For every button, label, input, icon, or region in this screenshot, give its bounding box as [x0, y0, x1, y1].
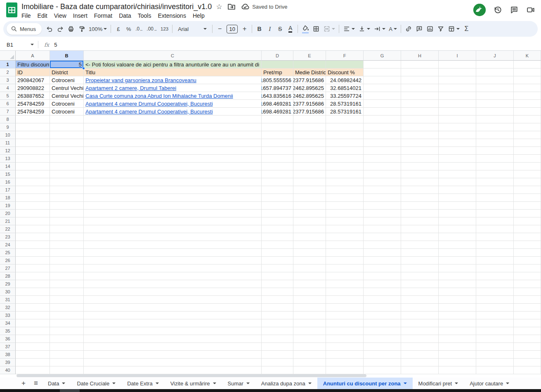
- cell-J28[interactable]: [476, 272, 514, 280]
- cell-B20[interactable]: [50, 210, 84, 217]
- cell-D24[interactable]: [262, 241, 293, 249]
- cell-B31[interactable]: [50, 296, 84, 304]
- cell-H9[interactable]: [401, 123, 439, 131]
- cell-I24[interactable]: [439, 241, 476, 249]
- cell-A6[interactable]: 254784259: [16, 100, 50, 108]
- cell-J35[interactable]: [476, 327, 514, 335]
- cell-B8[interactable]: [50, 116, 84, 123]
- increase-decimal-button[interactable]: .00→: [145, 23, 159, 35]
- cell-H26[interactable]: [401, 257, 439, 264]
- cell-J32[interactable]: [476, 304, 514, 312]
- text-wrap-button[interactable]: [372, 23, 387, 35]
- row-header-4[interactable]: 4: [0, 84, 16, 92]
- text-color-button[interactable]: A: [285, 23, 295, 35]
- cell-D18[interactable]: [262, 194, 293, 202]
- cell-D13[interactable]: [262, 155, 293, 163]
- cell-D22[interactable]: [262, 225, 293, 233]
- cell-C5[interactable]: Casa Curte comuna zona Abrud Ion Mihalac…: [84, 92, 262, 100]
- cell-H14[interactable]: [401, 163, 439, 170]
- cell-A4[interactable]: 290908822: [16, 84, 50, 92]
- cell-H40[interactable]: [401, 366, 439, 374]
- cell-I9[interactable]: [439, 123, 476, 131]
- cell-I18[interactable]: [439, 194, 476, 202]
- cell-E15[interactable]: [293, 170, 326, 178]
- row-header-21[interactable]: 21: [0, 217, 16, 225]
- cell-J12[interactable]: [476, 147, 514, 155]
- cell-G25[interactable]: [364, 249, 401, 257]
- cell-A2[interactable]: ID: [16, 68, 50, 76]
- cell-I14[interactable]: [439, 163, 476, 170]
- cell-F14[interactable]: [326, 163, 364, 170]
- cell-G26[interactable]: [364, 257, 401, 264]
- cell-B37[interactable]: [50, 343, 84, 351]
- row-header-27[interactable]: 27: [0, 264, 16, 272]
- cell-A29[interactable]: [16, 280, 50, 288]
- cell-E10[interactable]: [293, 131, 326, 139]
- cell-C32[interactable]: [84, 304, 262, 312]
- cell-B17[interactable]: [50, 186, 84, 194]
- cell-D11[interactable]: [262, 139, 293, 147]
- cell-H22[interactable]: [401, 225, 439, 233]
- cell-A19[interactable]: [16, 202, 50, 210]
- cell-E7[interactable]: 2377.915686: [293, 108, 326, 116]
- font-family-select[interactable]: Arial: [175, 23, 210, 35]
- cell-A33[interactable]: [16, 312, 50, 319]
- row-header-3[interactable]: 3: [0, 76, 16, 84]
- cell-E3[interactable]: 2377.915686: [293, 76, 326, 84]
- cell-C19[interactable]: [84, 202, 262, 210]
- cell-J21[interactable]: [476, 217, 514, 225]
- cell-H5[interactable]: [401, 92, 439, 100]
- cell-F5[interactable]: 33.25597724: [326, 92, 364, 100]
- cell-F36[interactable]: [326, 335, 364, 343]
- cell-E19[interactable]: [293, 202, 326, 210]
- cell-G39[interactable]: [364, 359, 401, 366]
- cell-H2[interactable]: [401, 68, 439, 76]
- cell-D16[interactable]: [262, 178, 293, 186]
- font-size-input[interactable]: 10: [227, 25, 238, 33]
- cell-G36[interactable]: [364, 335, 401, 343]
- cell-H17[interactable]: [401, 186, 439, 194]
- cell-J5[interactable]: [476, 92, 514, 100]
- row-header-17[interactable]: 17: [0, 186, 16, 194]
- cell-J10[interactable]: [476, 131, 514, 139]
- cell-A10[interactable]: [16, 131, 50, 139]
- cell-H34[interactable]: [401, 319, 439, 327]
- cell-F39[interactable]: [326, 359, 364, 366]
- cell-C11[interactable]: [84, 139, 262, 147]
- cell-A18[interactable]: [16, 194, 50, 202]
- cell-A28[interactable]: [16, 272, 50, 280]
- cell-H4[interactable]: [401, 84, 439, 92]
- cell-D37[interactable]: [262, 343, 293, 351]
- cell-C38[interactable]: [84, 351, 262, 359]
- cell-I25[interactable]: [439, 249, 476, 257]
- cell-J18[interactable]: [476, 194, 514, 202]
- cell-E27[interactable]: [293, 264, 326, 272]
- cell-F4[interactable]: 32.68514021: [326, 84, 364, 92]
- cell-F23[interactable]: [326, 233, 364, 241]
- cell-J9[interactable]: [476, 123, 514, 131]
- cell-H18[interactable]: [401, 194, 439, 202]
- cell-K15[interactable]: [514, 170, 541, 178]
- cell-H10[interactable]: [401, 131, 439, 139]
- cell-J29[interactable]: [476, 280, 514, 288]
- cell-K21[interactable]: [514, 217, 541, 225]
- cell-G24[interactable]: [364, 241, 401, 249]
- cell-B27[interactable]: [50, 264, 84, 272]
- cell-F27[interactable]: [326, 264, 364, 272]
- cell-I30[interactable]: [439, 288, 476, 296]
- cell-K9[interactable]: [514, 123, 541, 131]
- cell-K32[interactable]: [514, 304, 541, 312]
- cell-D19[interactable]: [262, 202, 293, 210]
- row-header-39[interactable]: 39: [0, 359, 16, 366]
- cell-F33[interactable]: [326, 312, 364, 319]
- cell-F8[interactable]: [326, 116, 364, 123]
- cell-F35[interactable]: [326, 327, 364, 335]
- cell-F17[interactable]: [326, 186, 364, 194]
- row-header-25[interactable]: 25: [0, 249, 16, 257]
- cell-D25[interactable]: [262, 249, 293, 257]
- cell-J38[interactable]: [476, 351, 514, 359]
- cell-H16[interactable]: [401, 178, 439, 186]
- cell-I17[interactable]: [439, 186, 476, 194]
- cell-I34[interactable]: [439, 319, 476, 327]
- cell-B18[interactable]: [50, 194, 84, 202]
